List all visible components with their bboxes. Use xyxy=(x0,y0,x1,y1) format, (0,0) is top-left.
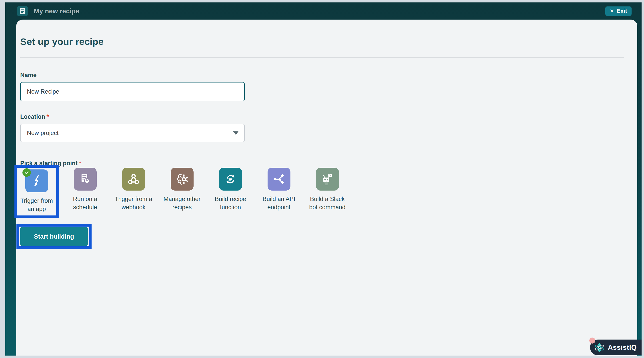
tile-label: Run on a schedule xyxy=(73,195,97,211)
recipe-title: My new recipe xyxy=(34,7,79,15)
tile-label: Manage other recipes xyxy=(164,195,201,211)
starting-point-manage-recipes[interactable]: Manage other recipes xyxy=(162,168,202,211)
tile-label: Build recipe function xyxy=(215,195,246,211)
starting-point-schedule[interactable]: Run on a schedule xyxy=(66,168,105,211)
recipe-function-icon xyxy=(219,168,242,191)
annotation-highlight-selected-tile: Trigger from an app xyxy=(14,165,59,218)
required-asterisk: * xyxy=(79,160,81,167)
start-building-button[interactable]: Start building xyxy=(20,227,88,246)
starting-point-recipe-function[interactable]: Build recipe function xyxy=(211,168,250,211)
atom-icon xyxy=(594,342,605,353)
location-field-label: Location* xyxy=(20,113,624,120)
starting-point-label: Pick a starting point* xyxy=(20,160,624,167)
starting-point-api-endpoint[interactable]: Build an API endpoint xyxy=(259,168,298,211)
assistant-widget[interactable]: AssistIQ xyxy=(590,339,642,355)
tile-label: Trigger from a webhook xyxy=(115,195,152,211)
name-field-label: Name xyxy=(20,72,624,79)
starting-point-webhook[interactable]: Trigger from a webhook xyxy=(114,168,153,211)
document-icon xyxy=(19,8,26,15)
location-select[interactable]: New project xyxy=(20,124,245,142)
top-bar: My new recipe ✕ Exit xyxy=(5,3,642,20)
page-title: Set up your recipe xyxy=(20,36,624,47)
divider xyxy=(20,57,624,58)
close-icon: ✕ xyxy=(610,9,614,14)
location-select-value: New project xyxy=(27,130,59,137)
chevron-down-icon xyxy=(233,131,238,135)
tile-label: Build a Slack bot command xyxy=(309,195,346,211)
app-window: My new recipe ✕ Exit Set up your recipe … xyxy=(5,3,642,355)
exit-button[interactable]: ✕ Exit xyxy=(605,7,632,16)
selected-check-icon xyxy=(22,168,31,177)
required-asterisk: * xyxy=(47,113,49,120)
api-endpoint-icon xyxy=(268,168,290,191)
exit-button-label: Exit xyxy=(616,8,627,15)
schedule-icon xyxy=(74,168,97,191)
slack-bot-icon xyxy=(316,168,339,191)
tile-label: Trigger from an app xyxy=(20,197,53,213)
webhook-icon xyxy=(122,168,145,191)
recipe-name-input[interactable] xyxy=(20,82,245,101)
annotation-highlight-start-building: Start building xyxy=(16,224,92,249)
starting-point-trigger-app[interactable]: Trigger from an app xyxy=(17,169,56,213)
starting-point-options: Trigger from an app xyxy=(17,168,624,215)
starting-point-slack-bot[interactable]: Build a Slack bot command xyxy=(308,168,347,211)
brain-gear-icon xyxy=(171,168,194,191)
assistant-label: AssistIQ xyxy=(608,343,637,351)
recipe-doc-icon xyxy=(17,6,28,16)
tile-label: Build an API endpoint xyxy=(262,195,295,211)
setup-card: Set up your recipe Name Location* New pr… xyxy=(16,20,637,355)
